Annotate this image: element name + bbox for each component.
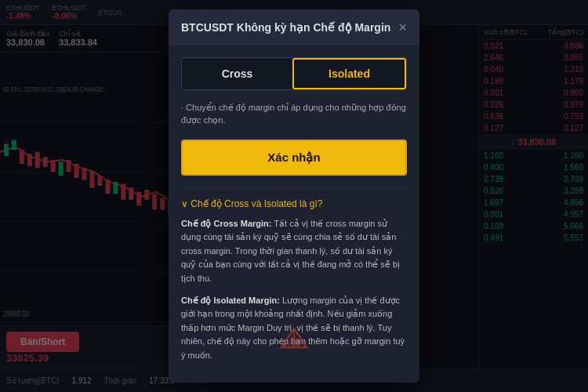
modal-header: BTCUSDT Không kỳ hạn Chế độ Margin × <box>169 9 419 45</box>
isolated-mode-button[interactable]: Isolated <box>292 58 406 89</box>
modal-close-button[interactable]: × <box>398 20 407 34</box>
modal-title: BTCUSDT Không kỳ hạn Chế độ Margin <box>181 21 390 34</box>
arrow-indicator: ↑ <box>317 89 325 90</box>
notice-text: · Chuyển chế độ margin chỉ áp dụng cho n… <box>181 101 407 127</box>
margin-mode-modal: BTCUSDT Không kỳ hạn Chế độ Margin × Cro… <box>169 9 419 383</box>
cross-mode-button[interactable]: Cross <box>182 58 292 89</box>
mode-toggle: Cross Isolated ↑ <box>181 57 407 90</box>
brand-logo <box>280 327 308 349</box>
cross-description: Chế độ Cross Margin: Tất cả vị thế cross… <box>181 217 407 286</box>
logo-watermark <box>278 326 310 350</box>
modal-overlay: BTCUSDT Không kỳ hạn Chế độ Margin × Cro… <box>0 0 588 392</box>
confirm-button[interactable]: Xác nhận <box>181 140 407 176</box>
info-toggle[interactable]: ∨ Chế độ Cross và Isolated là gì? <box>181 198 407 209</box>
